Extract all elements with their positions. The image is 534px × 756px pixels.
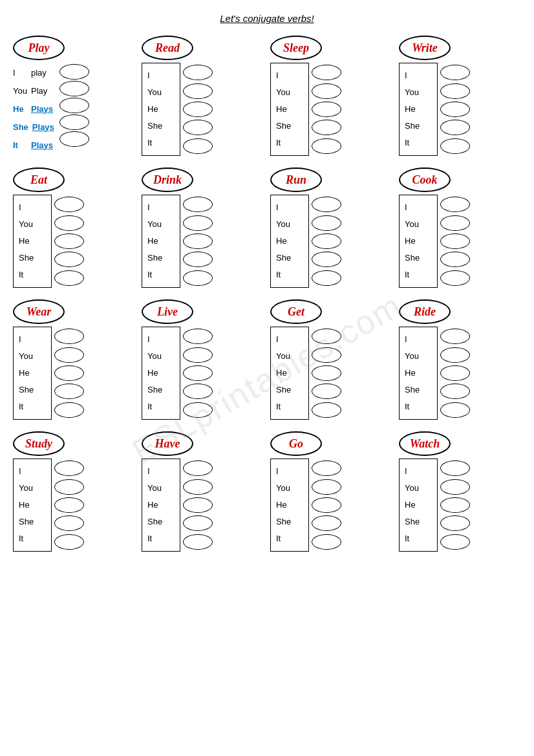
answer-oval[interactable]: [54, 497, 84, 513]
answer-oval[interactable]: [183, 252, 213, 267]
answer-oval[interactable]: [54, 515, 84, 531]
answer-oval[interactable]: [59, 81, 89, 96]
answer-oval[interactable]: [54, 402, 84, 418]
subject: She: [405, 250, 420, 267]
answer-oval[interactable]: [183, 215, 213, 231]
answer-oval[interactable]: [312, 252, 341, 267]
answer-oval[interactable]: [312, 515, 341, 531]
answer-oval[interactable]: [440, 102, 470, 117]
answer-oval[interactable]: [183, 83, 213, 99]
answer-oval[interactable]: [54, 233, 84, 249]
verb-label: Cook: [399, 167, 451, 192]
answer-oval[interactable]: [59, 131, 89, 147]
answer: play: [31, 68, 47, 78]
answer-oval[interactable]: [183, 534, 213, 550]
answer-oval[interactable]: [183, 65, 213, 80]
answer-oval[interactable]: [440, 197, 470, 212]
answer-oval[interactable]: [440, 402, 470, 418]
answer-oval[interactable]: [183, 120, 213, 135]
answer-oval[interactable]: [312, 460, 341, 476]
verb-label: Study: [13, 431, 65, 456]
answer-oval[interactable]: [440, 233, 470, 249]
subject: She: [276, 250, 291, 267]
answer-oval[interactable]: [54, 479, 84, 495]
verb-label: Have: [142, 431, 193, 456]
answer-oval[interactable]: [183, 402, 213, 418]
answer-oval[interactable]: [440, 120, 470, 135]
answer-oval[interactable]: [183, 197, 213, 212]
answer-oval[interactable]: [312, 215, 341, 231]
answer-oval[interactable]: [54, 215, 84, 231]
subject: I: [276, 463, 290, 481]
answer-oval[interactable]: [312, 233, 341, 249]
subject: He: [147, 497, 162, 514]
answer-oval[interactable]: [312, 102, 341, 117]
answer-oval[interactable]: [312, 383, 341, 399]
answer-oval[interactable]: [183, 329, 213, 344]
answer-oval[interactable]: [440, 329, 470, 344]
answer-oval[interactable]: [312, 270, 341, 286]
answer-oval[interactable]: [183, 383, 213, 399]
answer-oval[interactable]: [54, 460, 84, 476]
answer-oval[interactable]: [183, 233, 213, 249]
answer-oval[interactable]: [312, 479, 341, 495]
answer-oval[interactable]: [312, 83, 341, 99]
answer-oval[interactable]: [440, 83, 470, 99]
answer-oval[interactable]: [312, 534, 341, 550]
answer-oval[interactable]: [440, 460, 470, 476]
answer-oval[interactable]: [312, 497, 341, 513]
answer-oval[interactable]: [59, 98, 89, 113]
answer-oval[interactable]: [54, 347, 84, 363]
answer-oval[interactable]: [312, 347, 341, 363]
verb-label: Sleep: [270, 36, 322, 60]
answer-oval[interactable]: [183, 365, 213, 381]
subject: It: [13, 140, 27, 150]
subject: She: [276, 513, 291, 531]
answer-oval[interactable]: [183, 138, 213, 154]
answer-oval[interactable]: [312, 138, 341, 154]
answer-oval[interactable]: [54, 252, 84, 267]
verb-label: Write: [399, 36, 451, 60]
subject: He: [19, 497, 33, 514]
answer-oval[interactable]: [440, 65, 470, 80]
answer-oval[interactable]: [59, 114, 89, 130]
answer-oval[interactable]: [440, 479, 470, 495]
answer-oval[interactable]: [183, 515, 213, 531]
answer-oval[interactable]: [54, 197, 84, 212]
answer-oval[interactable]: [440, 497, 470, 513]
answer-oval[interactable]: [440, 383, 470, 399]
answer-oval[interactable]: [312, 65, 341, 80]
answer-oval[interactable]: [183, 497, 213, 513]
answer-oval[interactable]: [440, 365, 470, 381]
answer-oval[interactable]: [440, 138, 470, 154]
answer-oval[interactable]: [54, 534, 84, 550]
answer-oval[interactable]: [312, 120, 341, 135]
answer-oval[interactable]: [312, 402, 341, 418]
answer-oval[interactable]: [183, 270, 213, 286]
answer-oval[interactable]: [183, 347, 213, 363]
subject: You: [405, 216, 419, 233]
subject-box: IYouHeSheIt: [399, 195, 438, 288]
verb-block-sleep: SleepIYouHeSheIt: [270, 36, 392, 156]
answer-oval[interactable]: [440, 270, 470, 286]
answer-oval[interactable]: [54, 329, 84, 344]
answer-oval[interactable]: [440, 347, 470, 363]
answer-oval[interactable]: [440, 534, 470, 550]
answer-oval[interactable]: [440, 252, 470, 267]
subject: She: [19, 382, 34, 399]
answer-oval[interactable]: [312, 329, 341, 344]
answer-oval[interactable]: [54, 365, 84, 381]
answer-oval[interactable]: [54, 383, 84, 399]
answer-oval[interactable]: [59, 64, 89, 80]
answer-oval[interactable]: [312, 197, 341, 212]
answer-oval[interactable]: [54, 270, 84, 286]
answer-oval[interactable]: [440, 515, 470, 531]
answer-oval[interactable]: [183, 460, 213, 476]
answer-oval[interactable]: [183, 479, 213, 495]
answer-oval[interactable]: [183, 102, 213, 117]
verb-label: Watch: [399, 431, 451, 456]
subject-box: IYouHeSheIt: [270, 327, 309, 420]
answer-oval[interactable]: [312, 365, 341, 381]
subject: I: [276, 331, 290, 349]
answer-oval[interactable]: [440, 215, 470, 231]
